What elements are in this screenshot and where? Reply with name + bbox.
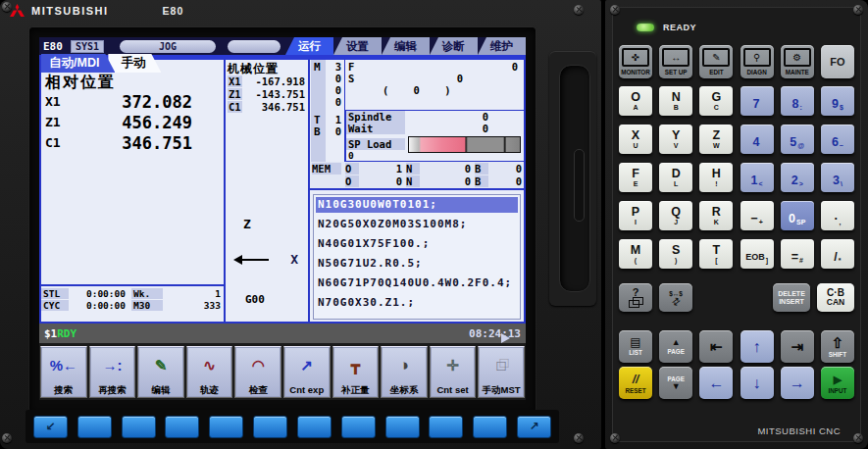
tab-diagnosis[interactable]: 诊断 (430, 37, 478, 55)
tab-run[interactable]: 运行 (285, 37, 333, 55)
key-1-lt[interactable]: 1< (740, 163, 774, 192)
key-3-backslash[interactable]: 3\ (821, 163, 854, 192)
b-value: 0 (312, 125, 341, 137)
diagnosis-key[interactable]: ⚲ DIAGN (740, 45, 774, 78)
menu-key-6[interactable] (297, 416, 332, 438)
key-7[interactable]: 7 (740, 86, 774, 116)
key-Z-W[interactable]: ZW (699, 125, 733, 154)
delete-insert-key[interactable]: DELETE INSERT (773, 283, 810, 312)
key-label: DIAGN (746, 69, 766, 75)
shift-key[interactable]: ⇧ SHIFT (821, 330, 854, 363)
softkey-manual-mst[interactable]: □ 手动MST (478, 346, 525, 398)
key-Q-J[interactable]: QJ (659, 201, 692, 230)
softkey-counter-expand[interactable]: ↗ Cnt exp (283, 346, 331, 398)
key-F-E[interactable]: FE (619, 163, 652, 192)
axis-value: -167.918 (255, 75, 305, 87)
tab-edit[interactable]: 编辑 (382, 37, 430, 55)
softkey-counter-set[interactable]: ✛ Cnt set (430, 346, 477, 398)
menu-key-4[interactable] (209, 416, 243, 438)
menu-left-key[interactable]: ↙ (33, 416, 68, 438)
o-label: O (345, 175, 359, 187)
key-sub: * (839, 257, 842, 264)
softkey-research[interactable]: →: 再搜索 (89, 346, 136, 398)
softkey-edit[interactable]: ✎ 编辑 (137, 346, 184, 398)
menu-key-7[interactable] (341, 416, 376, 438)
setup-key[interactable]: ↔ SET UP (659, 45, 692, 78)
tab-maintenance[interactable]: 维护 (478, 37, 526, 55)
key-main: D (672, 168, 681, 179)
key-H-exclaim[interactable]: H! (699, 163, 733, 192)
menu-right-key[interactable]: ↗ (517, 416, 551, 438)
key-Y-V[interactable]: YV (659, 125, 692, 154)
key-4[interactable]: 4 (740, 125, 774, 154)
reset-key[interactable]: // RESET (619, 367, 652, 399)
key-6-tilde[interactable]: 6~ (821, 125, 854, 154)
key-D-L[interactable]: DL (659, 163, 692, 192)
spindle-label: Spindle (346, 111, 405, 123)
softkey-search[interactable]: %← 搜索 (40, 346, 87, 398)
key-5-at[interactable]: 5@ (781, 125, 814, 154)
key-G-C[interactable]: GC (699, 86, 733, 116)
key-period-comma[interactable]: ·, (821, 201, 854, 230)
help-key[interactable]: ? (619, 283, 652, 312)
key-N-B[interactable]: NB (659, 86, 692, 116)
input-key[interactable]: ▶ INPUT (821, 367, 854, 399)
fo-key[interactable]: FO (821, 45, 854, 78)
cursor-right-key[interactable]: → (781, 367, 814, 399)
ready-state-label: RDY (57, 327, 77, 340)
monitor-key[interactable]: ✜ MONITOR (619, 45, 652, 78)
key-0-space[interactable]: 0SP (781, 201, 814, 230)
mem-row: MEM O 1 N 0 B 0 (310, 162, 524, 175)
menu-key-1[interactable] (77, 416, 112, 438)
key-O-A[interactable]: OA (619, 86, 652, 116)
maintenance-key[interactable]: ⚙ MAINTE (781, 45, 814, 78)
edit-key[interactable]: ✎ EDIT (699, 45, 733, 78)
softkey-check[interactable]: ◠ 检查 (234, 346, 281, 398)
key-M-paren-open[interactable]: M( (619, 239, 652, 269)
key-slash-asterisk[interactable]: /* (821, 239, 854, 269)
key-label: EDIT (709, 69, 723, 75)
cancel-key[interactable]: C·B CAN (817, 283, 854, 312)
softkey-trace[interactable]: ∿ 轨迹 (186, 346, 233, 398)
subtab-auto-mdi[interactable]: 自动/MDI (41, 54, 115, 73)
menu-key-8[interactable] (385, 416, 420, 438)
key-main: 6 (832, 136, 839, 148)
cursor-end-key[interactable]: ⇥ (781, 330, 814, 363)
axis-value: 372.082 (122, 92, 192, 112)
window-convert-key[interactable]: $↔$ ⇄ (659, 283, 692, 312)
end-arrow-icon: ⇥ (791, 340, 803, 354)
menu-key-5[interactable] (253, 416, 287, 438)
timer-tag: M30 (131, 300, 163, 311)
key-main: 8 (792, 98, 799, 110)
key-X-U[interactable]: XU (619, 125, 652, 154)
key-8-colon[interactable]: 8: (781, 86, 814, 116)
cursor-left-key[interactable]: ← (699, 367, 733, 399)
subtab-manual[interactable]: 手动 (108, 54, 161, 73)
cursor-down-key[interactable]: ↓ (740, 367, 774, 399)
key-T-bracket-open[interactable]: T[ (699, 239, 733, 269)
key-R-K[interactable]: RK (699, 201, 733, 230)
menu-key-2[interactable] (122, 416, 156, 438)
nav-key-row-top: ▤ LIST ▲ PAGE ⇤ ↑ ⇥ ⇧ SHIFT (619, 330, 854, 363)
key-minus-plus[interactable]: −+ (740, 201, 774, 230)
list-key[interactable]: ▤ LIST (619, 330, 652, 363)
key-2-gt[interactable]: 2> (781, 163, 814, 192)
key-S-paren-close[interactable]: S) (659, 239, 692, 269)
page-down-key[interactable]: PAGE ▼ (659, 367, 692, 399)
key-9-dollar[interactable]: 9$ (821, 86, 854, 116)
z-axis-label: Z (243, 217, 251, 231)
softkey-coordinate-system[interactable]: ◑ 坐标系 (381, 346, 428, 398)
lcd-screen: E80 SYS1 JOG 运行 设置 编辑 诊断 维护 自动/MDI 手动 (39, 37, 526, 400)
key-P-I[interactable]: PI (619, 201, 652, 230)
cursor-home-key[interactable]: ⇤ (699, 330, 733, 363)
menu-key-9[interactable] (429, 416, 463, 438)
key-main: 2 (791, 175, 798, 186)
key-equals-hash[interactable]: =# (781, 239, 814, 269)
page-up-key[interactable]: ▲ PAGE (659, 330, 692, 363)
cursor-up-key[interactable]: ↑ (740, 330, 774, 363)
softkey-compensation[interactable]: ┳ 补正量 (332, 346, 380, 398)
key-eob[interactable]: EOB] (740, 239, 774, 269)
menu-key-3[interactable] (165, 416, 199, 438)
menu-key-10[interactable] (473, 416, 507, 438)
tab-setup[interactable]: 设置 (333, 37, 382, 55)
